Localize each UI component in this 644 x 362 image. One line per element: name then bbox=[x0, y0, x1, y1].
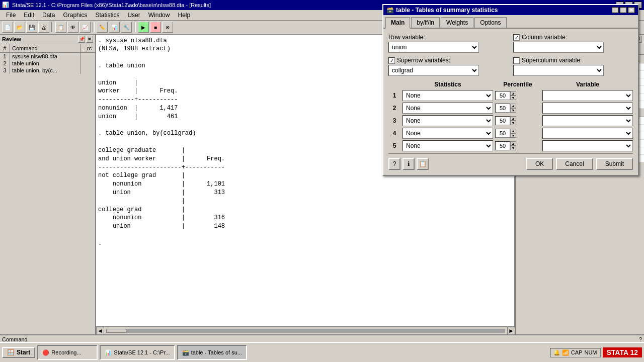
ok-button[interactable]: OK bbox=[526, 158, 553, 170]
row-variable-select[interactable]: union bbox=[388, 42, 479, 53]
stats-row-5-stat-select[interactable]: None bbox=[403, 140, 493, 151]
menu-data[interactable]: Data bbox=[38, 11, 59, 20]
stats-row-3-spin-up[interactable]: ▲ bbox=[510, 116, 516, 121]
graph-button[interactable]: 📈 bbox=[79, 22, 91, 33]
column-variable-select[interactable] bbox=[513, 42, 604, 53]
stats-row-1-percentile-input[interactable] bbox=[495, 91, 510, 100]
stats-row-1-spin-up[interactable]: ▲ bbox=[510, 91, 516, 96]
stats-row-3-spin-down[interactable]: ▼ bbox=[510, 121, 516, 125]
menu-help[interactable]: Help bbox=[174, 11, 194, 20]
supercolumn-checkbox[interactable] bbox=[513, 57, 520, 64]
stats-row-2-percentile-input[interactable] bbox=[495, 104, 510, 113]
review-item-1-cmd: sysuse nlsw88.dta bbox=[10, 53, 80, 60]
stats-row-2-var-select[interactable] bbox=[542, 103, 633, 114]
dialog-maximize-button[interactable]: □ bbox=[620, 7, 627, 13]
dialog-minimize-button[interactable]: _ bbox=[612, 7, 619, 13]
save-button[interactable]: 💾 bbox=[26, 22, 37, 33]
stats-row-2-stat-select[interactable]: None bbox=[403, 103, 493, 114]
start-windows-icon: 🪟 bbox=[7, 349, 15, 356]
stats-row-5-spin-down[interactable]: ▼ bbox=[510, 146, 516, 150]
supercolumn-select[interactable] bbox=[513, 65, 604, 76]
dialog-copy-button[interactable]: 📋 bbox=[417, 158, 429, 170]
stata-taskbar-icon: 📊 bbox=[105, 349, 112, 356]
log-begin-button[interactable]: 📋 bbox=[55, 22, 66, 33]
menu-edit[interactable]: Edit bbox=[20, 11, 38, 20]
taskbar-recording[interactable]: 🔴 Recording... bbox=[37, 345, 98, 360]
print-button[interactable]: 🖨 bbox=[38, 22, 49, 33]
tab-weights[interactable]: Weights bbox=[441, 17, 473, 28]
stats-row-1-stat-select[interactable]: None bbox=[403, 90, 493, 101]
start-label: Start bbox=[17, 349, 30, 356]
stats-row-5-num: 5 bbox=[388, 142, 400, 149]
taskbar-table-dialog[interactable]: 🗃️ table - Tables of su... bbox=[177, 345, 247, 360]
variable-manager-button[interactable]: 🔧 bbox=[121, 22, 132, 33]
horizontal-scrollbar[interactable]: ◄ ► bbox=[96, 326, 515, 334]
stats-row-3-percentile-input[interactable] bbox=[495, 116, 510, 125]
tab-main[interactable]: Main bbox=[385, 17, 410, 29]
stats-row-1-spin-down[interactable]: ▼ bbox=[510, 96, 516, 100]
stats-row-1-var-select[interactable] bbox=[542, 90, 633, 101]
start-button[interactable]: 🪟 Start bbox=[2, 347, 35, 358]
toolbar-sep-3 bbox=[134, 22, 136, 32]
dialog-help-button[interactable]: ? bbox=[388, 158, 400, 170]
stats-row-5-spin-up[interactable]: ▲ bbox=[510, 141, 516, 146]
review-item-2[interactable]: 2 table union bbox=[0, 60, 95, 67]
superrow-label-row: Superrow variables: bbox=[388, 57, 508, 64]
review-item-3-num: 3 bbox=[0, 67, 10, 74]
stats-row-2-spin-down[interactable]: ▼ bbox=[510, 108, 516, 113]
scroll-right-button[interactable]: ► bbox=[507, 327, 515, 335]
stop-button[interactable]: ■ bbox=[150, 22, 161, 33]
superrow-select[interactable]: collgrad bbox=[388, 65, 479, 76]
menu-statistics[interactable]: Statistics bbox=[91, 11, 123, 20]
stats-row-3-percentile: ▲ ▼ bbox=[495, 116, 540, 125]
stats-row-4-percentile-input[interactable] bbox=[495, 129, 510, 138]
review-item-1-num: 1 bbox=[0, 53, 10, 60]
recording-label: Recording... bbox=[51, 349, 81, 355]
review-item-1[interactable]: 1 sysuse nlsw88.dta bbox=[0, 53, 95, 60]
taskbar-stata[interactable]: 📊 Stata/SE 12.1 - C:\Pr... bbox=[100, 345, 175, 360]
stats-row-4-percentile: ▲ ▼ bbox=[495, 129, 540, 138]
scroll-thumb[interactable] bbox=[106, 329, 126, 333]
menu-graphics[interactable]: Graphics bbox=[59, 11, 91, 20]
stats-row-3-stat-select[interactable]: None bbox=[403, 115, 493, 126]
stats-row-5-percentile-input[interactable] bbox=[495, 141, 510, 150]
stats-row-5-var-select[interactable] bbox=[542, 140, 633, 151]
stats-row-4-spin-up[interactable]: ▲ bbox=[510, 129, 516, 133]
menu-file[interactable]: File bbox=[2, 11, 20, 20]
submit-button[interactable]: Submit bbox=[596, 158, 633, 170]
viewer-button[interactable]: 👁 bbox=[67, 22, 78, 33]
stats-row-2-num: 2 bbox=[388, 105, 400, 112]
column-variable-group: Column variable: bbox=[513, 34, 633, 53]
scroll-track[interactable] bbox=[106, 329, 505, 333]
review-close-button[interactable]: ✕ bbox=[86, 36, 93, 43]
stats-row-4-var-select[interactable] bbox=[542, 128, 633, 139]
do-file-editor-button[interactable]: ✏️ bbox=[97, 22, 108, 33]
open-button[interactable]: 📂 bbox=[14, 22, 25, 33]
system-tray: 🔔 📶 CAP NUM bbox=[550, 348, 601, 357]
dialog-title-buttons: _ □ ✕ bbox=[612, 7, 635, 13]
superrow-checkbox[interactable] bbox=[388, 57, 395, 64]
cancel-button[interactable]: Cancel bbox=[556, 158, 593, 170]
review-item-2-rc bbox=[80, 60, 95, 67]
break-button[interactable]: ⊗ bbox=[162, 22, 173, 33]
dialog-close-button[interactable]: ✕ bbox=[628, 7, 635, 13]
new-do-file-button[interactable]: 📄 bbox=[2, 22, 13, 33]
tab-byifin[interactable]: by/if/in bbox=[411, 17, 440, 28]
scroll-left-button[interactable]: ◄ bbox=[96, 327, 104, 335]
column-variable-label: Column variable: bbox=[522, 34, 567, 41]
stats-row-3-var-select[interactable] bbox=[542, 115, 633, 126]
review-item-3[interactable]: 3 table union, by(c... bbox=[0, 67, 95, 74]
review-pin-button[interactable]: 📌 bbox=[78, 36, 85, 43]
menu-window[interactable]: Window bbox=[144, 11, 174, 20]
app-icon: 📊 bbox=[2, 2, 9, 8]
run-button[interactable]: ▶ bbox=[138, 22, 149, 33]
tab-options[interactable]: Options bbox=[474, 17, 506, 28]
dialog-info-button[interactable]: ℹ bbox=[403, 158, 415, 170]
menu-user[interactable]: User bbox=[123, 11, 144, 20]
stats-row-4-stat-select[interactable]: None bbox=[403, 128, 493, 139]
stats-row-2: 2 None ▲ ▼ bbox=[388, 103, 633, 114]
stats-row-4-spin-down[interactable]: ▼ bbox=[510, 133, 516, 138]
stats-row-2-spin-up[interactable]: ▲ bbox=[510, 104, 516, 108]
column-variable-checkbox[interactable] bbox=[513, 34, 520, 41]
data-editor-button[interactable]: 📊 bbox=[109, 22, 120, 33]
